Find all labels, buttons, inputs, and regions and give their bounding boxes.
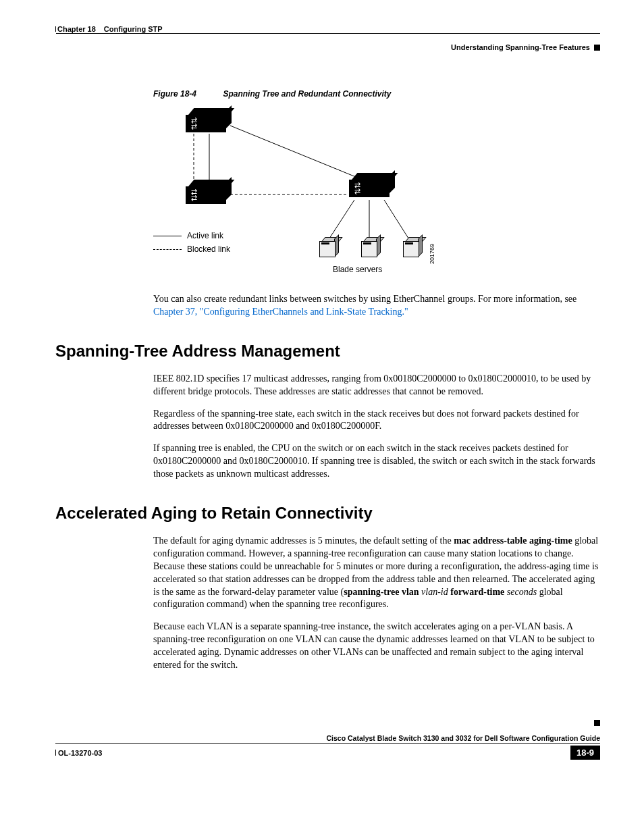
figure-diagram: ⇄⇄ ⇄⇄ ⇄⇄ Active link bbox=[153, 105, 450, 281]
switch-icon: ⇄⇄ bbox=[186, 113, 226, 136]
figure-18-4: Figure 18-4 Spanning Tree and Redundant … bbox=[153, 89, 450, 281]
page-footer: Cisco Catalyst Blade Switch 3130 and 303… bbox=[55, 734, 600, 760]
blade-servers-label: Blade servers bbox=[333, 265, 382, 274]
figure-title: Spanning Tree and Redundant Connectivity bbox=[223, 89, 391, 99]
legend-blocked: Blocked link bbox=[187, 244, 230, 254]
page-number: 18-9 bbox=[570, 746, 600, 760]
footer-marker-icon bbox=[594, 720, 600, 726]
legend-active: Active link bbox=[187, 231, 223, 240]
figure-ref: Figure 18-4 bbox=[153, 89, 196, 99]
xref-link[interactable]: Chapter 37, "Configuring EtherChannels a… bbox=[153, 307, 408, 317]
paragraph: The default for aging dynamic addresses … bbox=[153, 535, 600, 611]
dashed-line-icon bbox=[153, 249, 182, 250]
chapter-ref: Chapter 18 bbox=[57, 25, 96, 33]
switch-icon: ⇄⇄ bbox=[349, 178, 390, 201]
paragraph: You can also create redundant links betw… bbox=[153, 293, 600, 319]
figure-legend: Active link Blocked link bbox=[153, 231, 230, 258]
paragraph: Because each VLAN is a separate spanning… bbox=[153, 621, 600, 672]
server-icon bbox=[403, 240, 419, 261]
switch-icon: ⇄⇄ bbox=[186, 185, 226, 208]
figure-id: 201769 bbox=[429, 244, 435, 264]
running-header-right: Understanding Spanning-Tree Features bbox=[55, 43, 600, 51]
book-title: Cisco Catalyst Blade Switch 3130 and 303… bbox=[55, 734, 600, 742]
section-title: Understanding Spanning-Tree Features bbox=[451, 43, 590, 51]
heading-accelerated-aging: Accelerated Aging to Retain Connectivity bbox=[55, 504, 600, 523]
paragraph: If spanning tree is enabled, the CPU on … bbox=[153, 442, 600, 481]
header-marker-icon bbox=[594, 45, 600, 51]
server-icon bbox=[319, 240, 336, 261]
svg-line-4 bbox=[328, 200, 354, 240]
svg-line-6 bbox=[384, 200, 410, 240]
running-header-left: Chapter 18 Configuring STP bbox=[55, 24, 600, 33]
chapter-title: Configuring STP bbox=[104, 25, 163, 33]
paragraph: Regardless of the spanning-tree state, e… bbox=[153, 408, 600, 434]
svg-line-2 bbox=[230, 126, 359, 178]
doc-id: OL-13270-03 bbox=[58, 749, 102, 757]
paragraph: IEEE 802.1D specifies 17 multicast addre… bbox=[153, 373, 600, 398]
heading-address-management: Spanning-Tree Address Management bbox=[55, 342, 600, 361]
solid-line-icon bbox=[153, 236, 182, 236]
server-icon bbox=[361, 240, 377, 261]
